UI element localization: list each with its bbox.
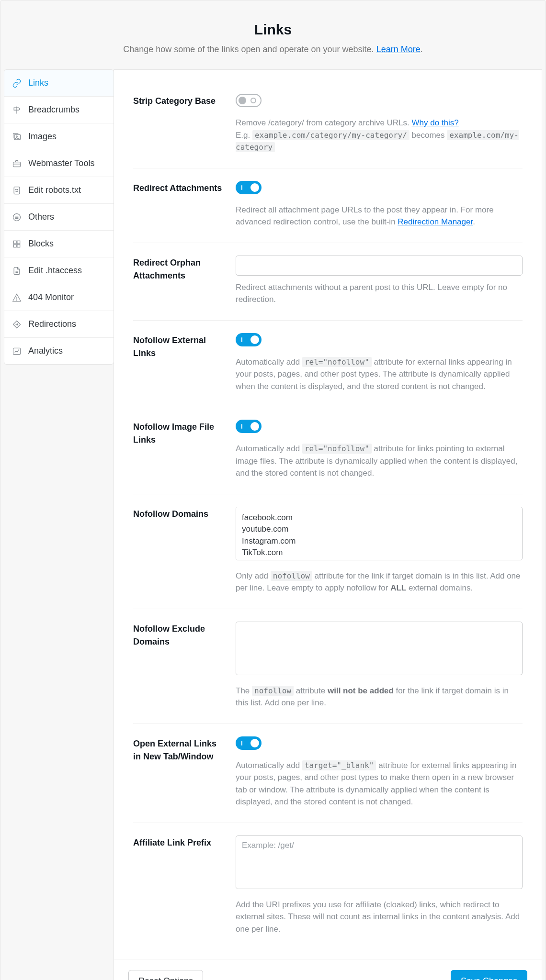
sidebar-item-analytics[interactable]: Analytics bbox=[4, 338, 114, 364]
textarea-affiliate-prefix[interactable] bbox=[236, 835, 523, 889]
sidebar-item-redirections[interactable]: Redirections bbox=[4, 311, 114, 338]
field-nofollow-exclude-domains: Nofollow Exclude Domains The nofollow at… bbox=[133, 609, 523, 724]
warning-icon bbox=[12, 293, 22, 302]
input-redirect-orphan-url[interactable] bbox=[236, 256, 523, 276]
redirect-icon bbox=[12, 320, 22, 329]
toggle-open-new-tab[interactable] bbox=[236, 736, 262, 750]
robot-file-icon bbox=[12, 186, 22, 195]
footer-actions: Reset Options Save Changes bbox=[114, 959, 542, 980]
desc-nofollow-image: Automatically add rel="nofollow" attribu… bbox=[236, 443, 523, 479]
sidebar: Links Breadcrumbs Images Webmaster Tools… bbox=[4, 69, 114, 365]
field-nofollow-image-links: Nofollow Image File Links Automatically … bbox=[133, 407, 523, 494]
sidebar-item-others[interactable]: Others bbox=[4, 204, 114, 231]
sidebar-item-htaccess[interactable]: Edit .htaccess bbox=[4, 257, 114, 284]
desc-redirect-attachments: Redirect all attachment page URLs to the… bbox=[236, 204, 523, 228]
sidebar-item-label: Others bbox=[28, 211, 54, 223]
reset-options-button[interactable]: Reset Options bbox=[128, 970, 203, 980]
save-changes-button[interactable]: Save Changes bbox=[451, 970, 527, 980]
desc-nofollow-domains: Only add nofollow attribute for the link… bbox=[236, 570, 523, 594]
why-do-this-link[interactable]: Why do this? bbox=[412, 118, 459, 127]
sidebar-item-label: Images bbox=[28, 130, 57, 143]
sidebar-item-blocks[interactable]: Blocks bbox=[4, 231, 114, 257]
blocks-icon bbox=[12, 239, 22, 249]
file-text-icon bbox=[12, 266, 22, 276]
sidebar-item-breadcrumbs[interactable]: Breadcrumbs bbox=[4, 97, 114, 123]
list-circle-icon bbox=[12, 212, 22, 222]
svg-point-1 bbox=[16, 135, 18, 137]
sidebar-item-label: Blocks bbox=[28, 237, 54, 250]
svg-point-5 bbox=[17, 189, 18, 190]
sidebar-item-label: 404 Monitor bbox=[28, 291, 74, 304]
settings-panel: Strip Category Base Remove /category/ fr… bbox=[114, 69, 542, 980]
sidebar-item-label: Edit .htaccess bbox=[28, 264, 82, 277]
field-strip-category-base: Strip Category Base Remove /category/ fr… bbox=[133, 94, 523, 168]
learn-more-link[interactable]: Learn More bbox=[376, 45, 421, 54]
svg-rect-2 bbox=[13, 162, 21, 167]
sidebar-item-robots-txt[interactable]: Edit robots.txt bbox=[4, 177, 114, 204]
sidebar-item-label: Analytics bbox=[28, 345, 63, 357]
svg-rect-3 bbox=[14, 187, 20, 194]
svg-rect-7 bbox=[13, 241, 16, 244]
field-nofollow-domains: Nofollow Domains Only add nofollow attri… bbox=[133, 494, 523, 609]
toolbox-icon bbox=[12, 159, 22, 168]
page-header: Links Change how some of the links open … bbox=[0, 0, 546, 69]
page-subtitle: Change how some of the links open and op… bbox=[20, 43, 526, 56]
field-nofollow-external-links: Nofollow External Links Automatically ad… bbox=[133, 321, 523, 408]
svg-rect-10 bbox=[17, 244, 20, 247]
desc-redirect-orphan: Redirect attachments without a parent po… bbox=[236, 281, 523, 306]
redirection-manager-link[interactable]: Redirection Manager bbox=[398, 217, 473, 226]
link-icon bbox=[12, 78, 22, 88]
sidebar-item-webmaster-tools[interactable]: Webmaster Tools bbox=[4, 150, 114, 177]
sidebar-item-images[interactable]: Images bbox=[4, 123, 114, 150]
desc-nofollow-external: Automatically add rel="nofollow" attribu… bbox=[236, 356, 523, 393]
textarea-nofollow-domains[interactable] bbox=[236, 507, 523, 560]
svg-point-4 bbox=[16, 189, 17, 190]
desc-open-new-tab: Automatically add target="_blank" attrib… bbox=[236, 759, 523, 808]
sidebar-item-label: Edit robots.txt bbox=[28, 184, 81, 197]
sidebar-item-404-monitor[interactable]: 404 Monitor bbox=[4, 284, 114, 311]
images-icon bbox=[12, 132, 22, 142]
sidebar-item-label: Webmaster Tools bbox=[28, 157, 94, 170]
sidebar-item-label: Links bbox=[28, 77, 48, 89]
toggle-nofollow-image[interactable] bbox=[236, 420, 262, 433]
svg-rect-8 bbox=[17, 241, 20, 244]
sidebar-item-label: Breadcrumbs bbox=[28, 103, 80, 116]
toggle-nofollow-external[interactable] bbox=[236, 333, 262, 346]
toggle-redirect-attachments[interactable] bbox=[236, 181, 262, 194]
field-open-external-new-tab: Open External Links in New Tab/Window Au… bbox=[133, 724, 523, 823]
field-affiliate-link-prefix: Affiliate Link Prefix Add the URI prefix… bbox=[133, 823, 523, 950]
svg-point-11 bbox=[16, 300, 17, 300]
field-redirect-orphan-attachments: Redirect Orphan Attachments Redirect att… bbox=[133, 243, 523, 321]
field-redirect-attachments: Redirect Attachments Redirect all attach… bbox=[133, 168, 523, 243]
textarea-nofollow-exclude-domains[interactable] bbox=[236, 622, 523, 675]
signpost-icon bbox=[12, 105, 22, 115]
sidebar-item-links[interactable]: Links bbox=[4, 70, 114, 97]
toggle-strip-category-base[interactable] bbox=[236, 94, 262, 107]
analytics-icon bbox=[12, 346, 22, 356]
desc-affiliate-prefix: Add the URI prefixes you use for affilia… bbox=[236, 899, 523, 935]
sidebar-item-label: Redirections bbox=[28, 318, 76, 331]
svg-rect-9 bbox=[13, 244, 16, 247]
desc-nofollow-exclude: The nofollow attribute will not be added… bbox=[236, 685, 523, 709]
page-title: Links bbox=[20, 19, 526, 40]
desc-strip-category-base: Remove /category/ from category archive … bbox=[236, 117, 523, 154]
